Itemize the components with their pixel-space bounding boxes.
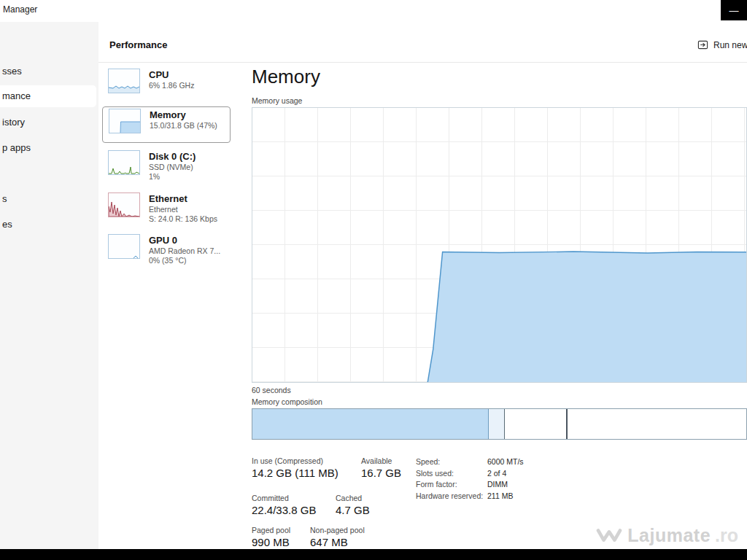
sidebar-item-label: sses <box>2 66 22 77</box>
sidebar-item-services[interactable]: es <box>0 214 96 235</box>
metric-title: Disk 0 (C:) <box>149 151 196 163</box>
lajumate-watermark: Lajumate.ro <box>595 525 738 546</box>
memory-sparkline <box>109 109 141 133</box>
minimize-icon: — <box>729 5 739 16</box>
disk-sparkline <box>108 150 140 175</box>
run-new-task-label: Run new task <box>713 40 747 50</box>
stat-value: 4.7 GB <box>336 504 370 516</box>
stat-label: Non-paged pool <box>310 526 365 534</box>
performance-panel: Performance Run new task CPU 6% 1.86 GHz <box>98 22 747 549</box>
memory-composition-label: Memory composition <box>252 397 322 406</box>
gpu-sparkline <box>108 234 140 259</box>
stat-value: 2 of 4 <box>487 469 506 478</box>
memory-composition-bar <box>252 408 747 440</box>
stat-label: In use (Compressed) <box>252 456 323 465</box>
lajumate-logo-icon <box>595 526 623 546</box>
metric-subtitle: 0% (35 °C) <box>149 256 220 265</box>
sidebar-item-label: istory <box>2 117 25 128</box>
stat-value: 22.4/33.8 GB <box>252 504 316 516</box>
metric-subtitle: AMD Radeon RX 7... <box>149 246 220 256</box>
metric-subtitle: S: 24.0 R: 136 Kbps <box>149 214 217 224</box>
perf-item-memory[interactable]: Memory 15.0/31.8 GB (47%) <box>102 106 231 143</box>
detail-title: Memory <box>252 66 320 88</box>
metric-title: Ethernet <box>149 193 217 205</box>
stat-value: 990 MB <box>252 536 290 548</box>
sidebar-item-users[interactable] <box>0 163 96 184</box>
metric-title: Memory <box>150 109 217 121</box>
minimize-button[interactable]: — <box>721 0 747 20</box>
sidebar-item-details[interactable]: s <box>0 188 96 209</box>
stat-label: Cached <box>336 494 362 502</box>
run-new-task-icon <box>697 39 708 50</box>
metric-subtitle: SSD (NVMe) <box>149 163 196 172</box>
time-axis-label: 60 seconds <box>252 386 291 394</box>
stat-value: 16.7 GB <box>361 467 401 479</box>
stat-value: 647 MB <box>310 536 348 548</box>
metric-subtitle: 15.0/31.8 GB (47%) <box>150 121 217 131</box>
stat-label: Hardware reserved: <box>416 491 483 500</box>
stat-label: Slots used: <box>416 469 454 478</box>
stat-label: Form factor: <box>416 480 457 489</box>
perf-item-disk0[interactable]: Disk 0 (C:) SSD (NVMe) 1% <box>102 149 231 188</box>
page-title: Performance <box>109 39 167 50</box>
stat-value: 6000 MT/s <box>487 457 524 466</box>
task-manager-window: Manager sses mance istory p apps s es Pe… <box>0 0 747 549</box>
metric-subtitle: 6% 1.86 GHz <box>149 81 194 90</box>
ethernet-sparkline <box>108 192 140 217</box>
stat-label: Available <box>361 456 392 465</box>
stat-value: DIMM <box>487 480 508 489</box>
metric-subtitle: 1% <box>149 172 196 182</box>
page-header: Performance Run new task <box>98 22 747 63</box>
cpu-sparkline <box>108 69 140 93</box>
run-new-task-button[interactable]: Run new task <box>693 36 747 53</box>
sidebar-item-app-history[interactable]: istory <box>0 112 96 133</box>
memory-usage-label: Memory usage <box>252 96 302 105</box>
stat-label: Speed: <box>416 457 440 466</box>
perf-item-ethernet[interactable]: Ethernet Ethernet S: 24.0 R: 136 Kbps <box>102 191 231 230</box>
metric-title: CPU <box>149 69 194 81</box>
perf-item-gpu0[interactable]: GPU 0 AMD Radeon RX 7... 0% (35 °C) <box>102 233 231 272</box>
stat-value: 14.2 GB (111 MB) <box>252 467 338 479</box>
navigation-sidebar: sses mance istory p apps s es <box>0 22 98 549</box>
composition-in-use-segment <box>252 409 489 439</box>
sidebar-item-startup-apps[interactable]: p apps <box>0 137 96 158</box>
composition-modified-segment <box>489 409 505 439</box>
metric-title: GPU 0 <box>149 235 220 246</box>
composition-free-segment <box>568 409 746 439</box>
metric-subtitle: Ethernet <box>149 205 217 214</box>
window-title: Manager <box>3 4 37 15</box>
stat-label: Paged pool <box>252 526 290 534</box>
watermark-text: Lajumate <box>627 525 711 546</box>
sidebar-item-performance[interactable]: mance <box>0 85 96 107</box>
sidebar-item-label: p apps <box>2 142 31 153</box>
sidebar-item-label: es <box>2 219 12 230</box>
perf-item-cpu[interactable]: CPU 6% 1.86 GHz <box>102 67 231 104</box>
composition-standby-segment <box>505 409 568 439</box>
sidebar-item-processes[interactable]: sses <box>0 61 96 82</box>
watermark-suffix: .ro <box>715 525 738 546</box>
sidebar-item-label: mance <box>2 90 31 101</box>
stat-value: 211 MB <box>487 491 513 500</box>
sidebar-item-label: s <box>2 193 7 204</box>
stat-label: Committed <box>252 494 289 502</box>
memory-usage-chart <box>252 107 747 383</box>
